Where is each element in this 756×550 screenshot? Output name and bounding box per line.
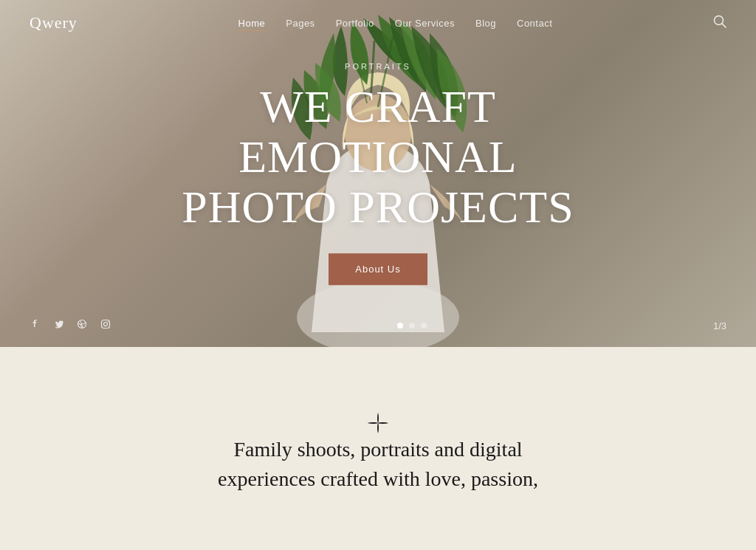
lower-body-text: Family shoots, portraits and digital exp…: [218, 435, 538, 492]
lower-text-line2: experiences crafted with love, passion,: [218, 467, 538, 490]
hero-bottom-bar: 1/3: [0, 319, 756, 332]
nav-item-pages[interactable]: Pages: [286, 16, 315, 30]
social-instagram[interactable]: [100, 319, 111, 332]
slide-counter: 1/3: [713, 320, 726, 331]
dot-2[interactable]: [409, 323, 415, 329]
hero-subtitle: PORTRAITS: [120, 62, 636, 71]
nav-item-services[interactable]: Our Services: [395, 16, 455, 30]
about-us-button[interactable]: About Us: [329, 253, 427, 285]
svg-point-6: [104, 323, 108, 326]
social-links: [30, 319, 111, 332]
nav-item-contact[interactable]: Contact: [517, 16, 552, 30]
nav-links: Home Pages Portfolio Our Services Blog C…: [238, 16, 553, 30]
hero-title-line2: PHOTO PROJECTS: [182, 182, 574, 233]
svg-line-3: [722, 24, 726, 27]
lower-section: Family shoots, portraits and digital exp…: [0, 347, 756, 550]
dot-1[interactable]: [397, 323, 403, 329]
slider-dots: [397, 323, 427, 329]
lower-text-line1: Family shoots, portraits and digital: [233, 438, 522, 461]
dot-3[interactable]: [421, 323, 427, 329]
nav-item-home[interactable]: Home: [238, 16, 266, 30]
nav-item-blog[interactable]: Blog: [475, 16, 496, 30]
nav-item-portfolio[interactable]: Portfolio: [336, 16, 374, 30]
logo[interactable]: Qwery: [30, 13, 78, 32]
star-decoration-icon: [366, 411, 390, 435]
search-icon[interactable]: [713, 15, 726, 32]
hero-title: WE CRAFT EMOTIONAL PHOTO PROJECTS: [120, 81, 636, 233]
navbar: Qwery Home Pages Portfolio Our Services …: [0, 0, 756, 46]
svg-point-7: [108, 321, 109, 322]
hero-content: PORTRAITS WE CRAFT EMOTIONAL PHOTO PROJE…: [120, 62, 636, 285]
social-twitter[interactable]: [53, 319, 63, 332]
social-dribbble[interactable]: [77, 319, 87, 332]
social-facebook[interactable]: [30, 319, 40, 332]
hero-section: Qwery Home Pages Portfolio Our Services …: [0, 0, 756, 347]
hero-title-line1: WE CRAFT EMOTIONAL: [238, 81, 518, 182]
